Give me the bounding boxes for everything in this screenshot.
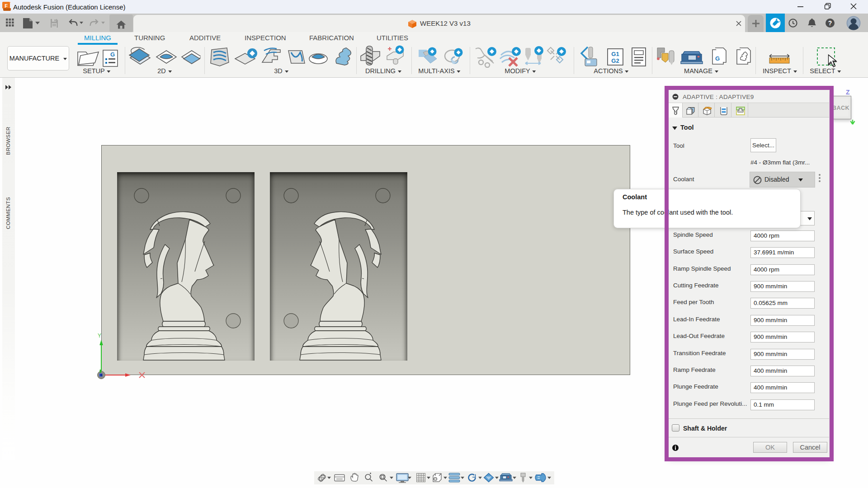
svg-text:G: G <box>715 55 720 62</box>
svg-text:G: G <box>110 51 115 58</box>
svg-text:Y: Y <box>98 333 101 339</box>
svg-text:F: F <box>5 3 8 9</box>
svg-text:G2: G2 <box>611 57 619 64</box>
svg-text:G1: G1 <box>611 51 619 57</box>
svg-text:?: ? <box>828 19 832 27</box>
